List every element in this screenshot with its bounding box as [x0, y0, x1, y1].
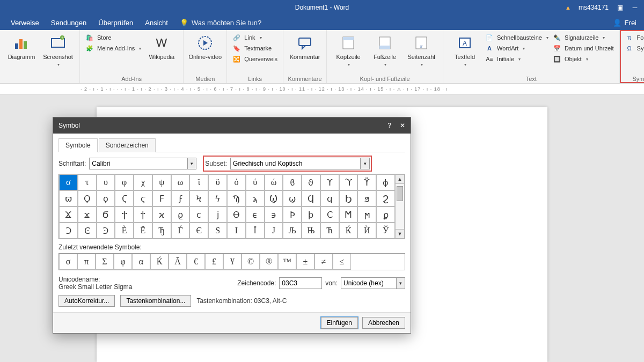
symbol-cell[interactable]: ω: [171, 174, 190, 190]
restore-down-icon[interactable]: ▣: [616, 4, 624, 11]
recent-symbol-cell[interactable]: σ: [59, 254, 77, 270]
recent-symbol-cell[interactable]: €: [187, 254, 205, 270]
symbol-cell[interactable]: Є: [189, 223, 208, 239]
subset-combo[interactable]: ▾: [230, 158, 370, 169]
symbol-cell[interactable]: υ: [97, 174, 115, 190]
symbol-cell[interactable]: ϣ: [283, 190, 302, 206]
symbol-cell[interactable]: Ͼ: [78, 223, 97, 239]
symbol-cell[interactable]: ϴ: [227, 206, 246, 223]
recent-symbol-cell[interactable]: ≤: [333, 254, 351, 270]
symbol-cell[interactable]: ό: [227, 174, 246, 190]
tab-ansicht[interactable]: Ansicht: [145, 19, 168, 27]
symbol-cell[interactable]: ϖ: [59, 190, 78, 206]
recent-symbol-cell[interactable]: Ќ: [150, 254, 169, 270]
chart-button[interactable]: Diagramm: [3, 32, 40, 62]
sigline-button[interactable]: ✒️Signaturzeile▾: [553, 33, 614, 42]
symbol-cell[interactable]: Ϧ: [339, 190, 358, 206]
recent-symbol-cell[interactable]: ®: [260, 254, 278, 270]
autocorrect-button[interactable]: AutoKorrektur...: [58, 295, 115, 307]
symbol-cell[interactable]: Ϭ: [97, 206, 115, 223]
symbol-cell[interactable]: ϥ: [320, 190, 339, 206]
symbol-cell[interactable]: ϳ: [208, 206, 227, 223]
symbol-cell[interactable]: Ϡ: [227, 190, 246, 206]
symbol-cell[interactable]: Ͽ: [97, 223, 115, 239]
symbol-cell[interactable]: ϙ: [97, 190, 115, 206]
symbol-cell[interactable]: І: [227, 223, 246, 239]
symbol-cell[interactable]: ϵ: [246, 206, 265, 223]
dialog-titlebar[interactable]: Symbol ? ✕: [53, 117, 411, 134]
recent-symbol-cell[interactable]: Σ: [96, 254, 114, 270]
quickparts-button[interactable]: 📄Schnellbausteine▾: [485, 33, 548, 42]
tab-ueberpruefen[interactable]: Überprüfen: [98, 19, 133, 27]
symbol-button[interactable]: ΩSymbol▾: [625, 44, 644, 53]
recent-symbol-cell[interactable]: α: [132, 254, 150, 270]
online-video-button[interactable]: Online-video: [187, 32, 223, 62]
tab-symbole[interactable]: Symbole: [58, 138, 98, 152]
symbol-cell[interactable]: ϟ: [208, 190, 227, 206]
symbol-cell[interactable]: ϰ: [152, 206, 171, 223]
symbol-scrollbar[interactable]: ▲ ▼: [395, 174, 405, 239]
symbol-cell[interactable]: ώ: [265, 174, 283, 190]
scroll-up-icon[interactable]: ▲: [395, 174, 405, 184]
tell-me[interactable]: 💡 Was möchten Sie tun?: [180, 19, 261, 27]
symbol-cell[interactable]: Ͻ: [59, 223, 78, 239]
wordart-button[interactable]: AWordArt▾: [485, 44, 548, 53]
symbol-cell[interactable]: Ѕ: [208, 223, 227, 239]
minimize-button[interactable]: ─: [631, 4, 639, 11]
insert-button[interactable]: Einfügen: [321, 317, 358, 329]
comment-button[interactable]: Kommentar: [287, 32, 323, 62]
symbol-cell[interactable]: σ: [59, 174, 78, 190]
footer-button[interactable]: Fußzeile▾: [367, 32, 403, 69]
tab-sonderzeichen[interactable]: Sonderzeichen: [99, 138, 156, 152]
datetime-button[interactable]: 📅Datum und Uhrzeit: [553, 44, 614, 53]
symbol-cell[interactable]: Ј: [265, 223, 283, 239]
symbol-cell[interactable]: Ў: [376, 223, 395, 239]
symbol-cell[interactable]: ϼ: [376, 206, 395, 223]
subset-input[interactable]: [231, 158, 360, 169]
symbol-cell[interactable]: ϕ: [376, 174, 395, 190]
symbol-cell[interactable]: ϱ: [171, 206, 190, 223]
symbol-cell[interactable]: Ћ: [320, 223, 339, 239]
wikipedia-button[interactable]: W Wikipedia: [143, 32, 180, 62]
chevron-down-icon[interactable]: ▾: [360, 158, 369, 169]
symbol-cell[interactable]: Ϛ: [115, 190, 134, 206]
symbol-cell[interactable]: Ϝ: [152, 190, 171, 206]
chevron-down-icon[interactable]: ▾: [396, 278, 405, 289]
symbol-cell[interactable]: Ѝ: [357, 223, 376, 239]
symbol-cell[interactable]: Љ: [283, 223, 302, 239]
from-combo[interactable]: ▾: [341, 277, 405, 289]
recent-symbol-cell[interactable]: £: [205, 254, 223, 270]
store-button[interactable]: 🛍️Store: [85, 33, 141, 42]
dialog-help-button[interactable]: ?: [387, 122, 391, 129]
symbol-cell[interactable]: Ϸ: [283, 206, 302, 223]
header-button[interactable]: Kopfzeile▾: [330, 32, 367, 69]
symbol-cell[interactable]: ϓ: [339, 174, 358, 190]
symbol-cell[interactable]: Ϩ: [376, 190, 395, 206]
charcode-input[interactable]: [280, 278, 321, 289]
charcode-input-wrap[interactable]: [279, 277, 322, 289]
symbol-cell[interactable]: ύ: [246, 174, 265, 190]
symbol-cell[interactable]: Ϣ: [265, 190, 283, 206]
symbol-cell[interactable]: Ϯ: [115, 206, 134, 223]
symbol-cell[interactable]: ϊ: [189, 174, 208, 190]
symbol-cell[interactable]: ϝ: [171, 190, 190, 206]
recent-symbol-cell[interactable]: φ: [114, 254, 132, 270]
symbol-cell[interactable]: Ѐ: [115, 223, 134, 239]
from-input[interactable]: [341, 278, 396, 289]
symbol-cell[interactable]: ϶: [265, 206, 283, 223]
symbol-cell[interactable]: Ϻ: [339, 206, 358, 223]
symbol-cell[interactable]: Њ: [302, 223, 320, 239]
cancel-button[interactable]: Abbrechen: [362, 317, 405, 329]
symbol-cell[interactable]: ψ: [152, 174, 171, 190]
scroll-thumb[interactable]: [397, 186, 403, 201]
symbol-cell[interactable]: Ϫ: [59, 206, 78, 223]
equation-button[interactable]: πFormel▾: [625, 33, 644, 42]
symbol-cell[interactable]: ϔ: [357, 174, 376, 190]
object-button[interactable]: 🔲Objekt▾: [553, 55, 614, 63]
symbol-cell[interactable]: Ϙ: [78, 190, 97, 206]
symbol-cell[interactable]: ϒ: [320, 174, 339, 190]
symbol-cell[interactable]: ϑ: [302, 174, 320, 190]
symbol-cell[interactable]: ϲ: [189, 206, 208, 223]
symbol-cell[interactable]: Ђ: [152, 223, 171, 239]
symbol-cell[interactable]: ϡ: [246, 190, 265, 206]
